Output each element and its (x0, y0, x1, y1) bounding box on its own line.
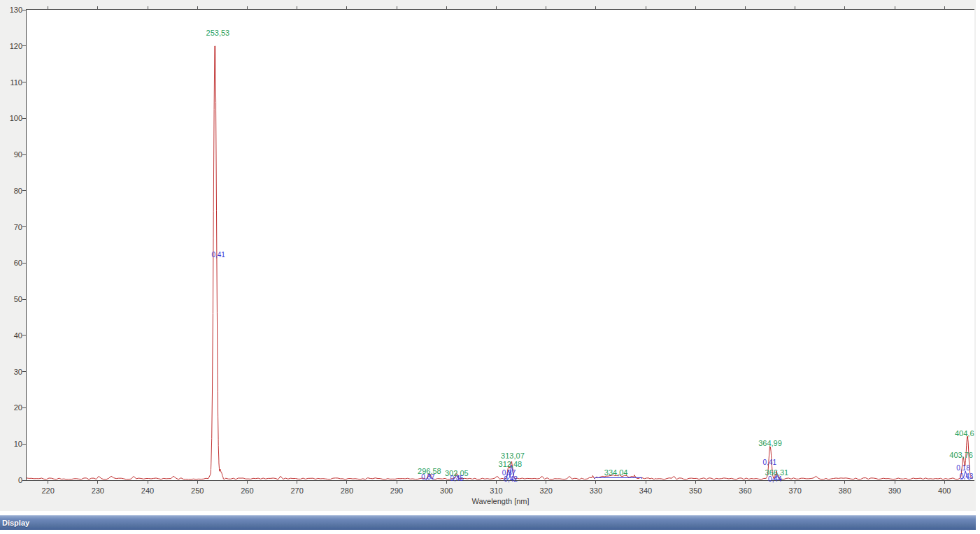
x-axis-tick (944, 481, 945, 484)
x-axis-top-tick (247, 6, 248, 9)
y-axis-tick-label: 70 (1, 223, 22, 231)
y-axis-tick (22, 263, 26, 264)
x-axis-tick-label: 300 (440, 486, 453, 495)
x-axis-tick-label: 280 (341, 486, 353, 495)
display-panel-header[interactable]: Display (0, 515, 976, 530)
y-axis-tick (22, 299, 26, 300)
x-axis-top-tick (546, 6, 546, 9)
y-axis-tick-label: 0 (1, 476, 22, 484)
x-axis-tick-label: 400 (938, 486, 951, 495)
x-axis-tick (247, 481, 248, 484)
x-axis-tick (297, 481, 297, 484)
peak-width-trace (595, 477, 641, 479)
x-axis-tick (97, 481, 98, 484)
x-axis-top-tick (944, 6, 945, 9)
x-axis-tick-label: 270 (290, 486, 303, 495)
x-axis-tick (148, 481, 148, 484)
x-axis-tick-label: 360 (739, 486, 751, 495)
x-axis-title: Wavelength [nm] (471, 497, 529, 505)
y-axis-tick (22, 190, 26, 191)
spectrum-svg (27, 10, 974, 480)
x-axis-top-tick (297, 6, 297, 9)
y-axis-tick (22, 118, 26, 119)
y-axis-tick (22, 154, 26, 155)
y-axis-tick (22, 371, 26, 372)
y-axis-tick-label: 30 (1, 368, 22, 376)
peak-width-label: 0,43 (960, 472, 973, 479)
x-axis-tick-label: 350 (689, 486, 702, 495)
y-axis-tick-label: 80 (1, 187, 22, 195)
x-axis-top-tick (346, 6, 347, 9)
peak-width-label: 0,42 (504, 475, 517, 483)
x-axis-tick-label: 340 (639, 486, 652, 495)
y-axis-tick (22, 407, 26, 408)
x-axis-top-tick (844, 6, 845, 9)
peak-wavelength-label: 334,04 (604, 469, 628, 477)
x-axis-tick-label: 220 (41, 486, 54, 495)
display-panel-label: Display (0, 516, 976, 530)
y-axis-tick (22, 444, 26, 445)
y-axis-tick-label: 90 (1, 150, 22, 159)
x-axis-tick (695, 481, 696, 484)
y-axis-tick-label: 100 (1, 114, 22, 122)
x-axis-top-tick (795, 6, 795, 9)
peak-width-label: 0,41 (763, 459, 776, 466)
y-axis-tick-label: 50 (1, 295, 22, 303)
spectrum-trace (27, 46, 973, 479)
y-axis-tick-label: 40 (1, 331, 22, 340)
x-axis-tick-label: 230 (92, 486, 104, 495)
x-axis-tick (496, 481, 497, 484)
x-axis-tick-label: 240 (141, 486, 154, 495)
peak-wavelength-label: 403,76 (949, 451, 973, 459)
y-axis-tick-label: 10 (1, 440, 22, 448)
x-axis-top-tick (397, 6, 397, 9)
x-axis-tick (595, 481, 596, 484)
peak-width-label: 0,44 (768, 475, 781, 483)
x-axis-tick (895, 481, 895, 484)
peak-width-label: 0,18 (956, 463, 970, 471)
y-axis-tick-label: 60 (1, 259, 22, 267)
chart-region: 253,53296,58302,05313,07312,48334,04364,… (0, 0, 976, 511)
peak-wavelength-label: 312,48 (499, 461, 523, 468)
x-axis-top-tick (695, 6, 696, 9)
x-axis-tick (546, 481, 546, 484)
x-axis-tick-label: 260 (241, 486, 253, 495)
y-axis-tick (22, 226, 26, 227)
x-axis-tick (745, 481, 746, 484)
peak-wavelength-label: 364,99 (758, 440, 782, 447)
y-axis-tick (22, 82, 26, 82)
y-axis-tick-label: 110 (1, 78, 22, 87)
y-axis-tick-label: 120 (1, 42, 22, 50)
x-axis-tick (446, 481, 447, 484)
x-axis-top-tick (197, 6, 198, 9)
spectrum-plot-area[interactable]: 253,53296,58302,05313,07312,48334,04364,… (26, 9, 974, 481)
y-axis-tick (22, 45, 26, 46)
x-axis-tick-label: 250 (191, 486, 204, 495)
peak-wavelength-label: 253,53 (206, 29, 230, 37)
x-axis-tick-label: 320 (539, 486, 552, 495)
peak-width-label: 0,37 (421, 473, 434, 481)
x-axis-tick (795, 481, 795, 484)
x-axis-top-tick (97, 6, 98, 9)
peak-width-label: 0,41 (211, 251, 225, 259)
x-axis-tick (646, 481, 646, 484)
x-axis-tick (197, 481, 198, 484)
x-axis-tick (844, 481, 845, 484)
x-axis-top-tick (148, 6, 148, 9)
peak-width-label: 0,45 (450, 474, 463, 482)
y-axis-tick-label: 130 (1, 6, 22, 14)
x-axis-tick (346, 481, 347, 484)
peak-wavelength-label: 404,6 (955, 430, 974, 438)
x-axis-tick-label: 370 (788, 486, 801, 495)
y-axis-tick (22, 335, 26, 335)
x-axis-tick-label: 310 (490, 486, 502, 495)
x-axis-tick-label: 390 (888, 486, 901, 495)
x-axis-top-tick (48, 6, 48, 9)
x-axis-top-tick (595, 6, 596, 9)
peak-wavelength-label: 313,07 (501, 452, 525, 460)
x-axis-tick-label: 330 (590, 486, 602, 495)
x-axis-tick (48, 481, 48, 484)
y-axis-tick (22, 10, 26, 10)
x-axis-top-tick (646, 6, 646, 9)
y-axis-tick-label: 20 (1, 403, 22, 412)
